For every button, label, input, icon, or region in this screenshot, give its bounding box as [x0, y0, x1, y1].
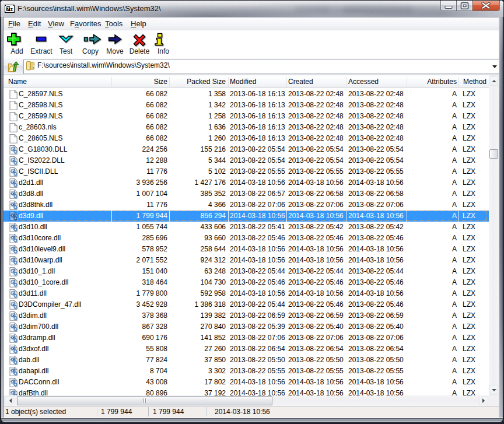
svg-text:z: z	[10, 6, 13, 12]
svg-text:7: 7	[6, 5, 9, 12]
